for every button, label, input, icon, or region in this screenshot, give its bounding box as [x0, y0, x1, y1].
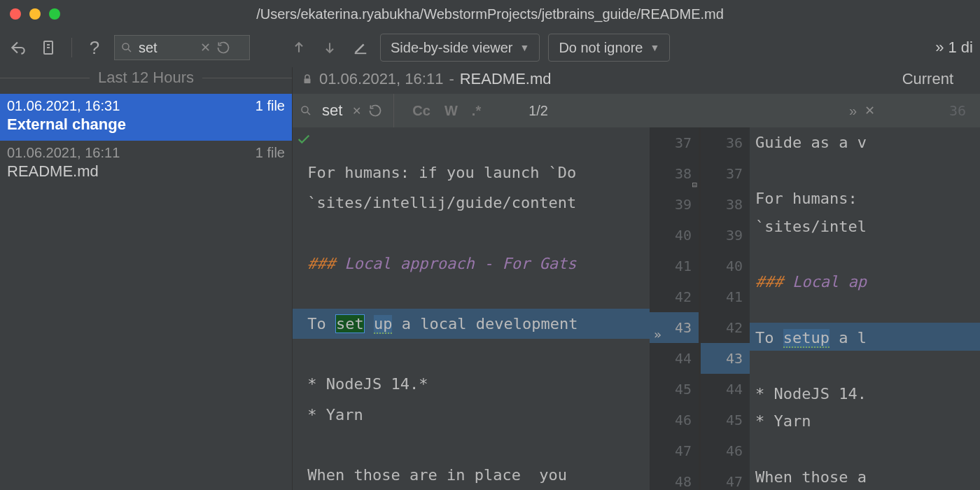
line-numbers-right: 36373839404142434445464748	[701, 127, 750, 490]
viewer-mode-label: Side-by-side viewer	[391, 40, 513, 56]
code-line	[750, 155, 980, 183]
svg-rect-8	[304, 78, 311, 83]
clear-search-icon[interactable]: ✕	[352, 104, 361, 118]
search-options: Cc W .*	[393, 94, 499, 127]
code-line: To set up a local development	[293, 309, 650, 339]
history-item[interactable]: 01.06.2021, 16:311 fileExternal change	[0, 94, 292, 141]
help-icon[interactable]: ?	[83, 36, 106, 59]
search-history-icon[interactable]	[368, 104, 382, 118]
filter-icon[interactable]: »	[849, 103, 855, 119]
code-line: `sites/intel	[750, 211, 980, 239]
lock-icon	[301, 73, 314, 85]
words-toggle[interactable]: W	[440, 102, 462, 120]
history-item-timestamp: 01.06.2021, 16:11	[7, 145, 120, 161]
toolbar-overflow[interactable]: » 1 di	[935, 38, 973, 57]
gutter-line: 46	[650, 405, 699, 435]
viewer-mode-dropdown[interactable]: Side-by-side viewer ▼	[380, 34, 540, 62]
gutter-line: 39	[650, 189, 699, 220]
gutter-line: 43»	[650, 312, 699, 343]
next-diff-icon[interactable]	[318, 36, 341, 59]
gutter-line: 44	[701, 374, 750, 405]
gutter-line: 45	[650, 374, 699, 405]
diff-header: 01.06.2021, 16:11 - README.md Current	[293, 67, 980, 94]
gutter-line: 39	[701, 220, 750, 251]
diff-area: 01.06.2021, 16:11 - README.md Current se…	[293, 67, 980, 490]
overflow-label: 1 di	[948, 38, 973, 57]
history-item-filecount: 1 file	[255, 98, 285, 114]
match-case-toggle[interactable]: Cc	[408, 102, 435, 120]
history-sidebar: Last 12 Hours 01.06.2021, 16:311 fileExt…	[0, 67, 293, 490]
code-line	[293, 430, 650, 460]
diff-search-bar: set ✕ Cc W .* 1/2 » ✕ 36	[293, 94, 980, 127]
chevron-down-icon: ▼	[520, 42, 530, 53]
history-item-title: External change	[7, 115, 285, 134]
code-line	[750, 351, 980, 379]
code-line: * Yarn	[293, 400, 650, 430]
svg-point-3	[122, 43, 129, 50]
ignore-mode-label: Do not ignore	[559, 40, 643, 56]
diff-right-title: Current	[902, 70, 980, 88]
revert-icon[interactable]	[7, 36, 29, 59]
edit-icon[interactable]	[349, 36, 372, 59]
code-line	[293, 218, 650, 248]
gutter-line: 40	[701, 251, 750, 281]
gutter-line: 46	[701, 435, 750, 466]
separator	[71, 38, 72, 57]
svg-line-4	[128, 49, 131, 52]
close-window-button[interactable]	[10, 8, 21, 20]
gutter-line: 48	[650, 466, 699, 490]
chevron-down-icon: ▼	[650, 42, 659, 53]
search-match-count: 1/2	[528, 103, 548, 119]
history-search-box[interactable]: ✕	[114, 35, 250, 60]
diff-right-editor[interactable]: Guide as a vFor humans: `sites/intel### …	[750, 127, 980, 490]
svg-line-10	[307, 112, 310, 115]
code-line	[293, 279, 650, 309]
window-controls	[10, 8, 60, 20]
gutter-line: 36	[701, 127, 750, 158]
diff-left-editor[interactable]: For humans: if you launch `Do `sites/int…	[293, 127, 650, 490]
gutter-line: 41	[650, 251, 699, 281]
maximize-window-button[interactable]	[49, 8, 60, 20]
gutter-line: 47	[701, 466, 750, 490]
code-line: `sites/intellij/guide/content	[293, 188, 650, 218]
history-search-input[interactable]	[139, 40, 195, 56]
search-icon	[300, 104, 312, 117]
diff-body: For humans: if you launch `Do `sites/int…	[293, 127, 980, 490]
ignore-mode-dropdown[interactable]: Do not ignore ▼	[548, 34, 670, 62]
code-line: * NodeJS 14.	[750, 379, 980, 407]
regex-toggle[interactable]: .*	[468, 102, 485, 120]
gutter-line: 37	[650, 127, 699, 158]
gutter-line: 43	[701, 343, 750, 374]
diff-search-input[interactable]: set	[319, 102, 345, 120]
diff-left-filename: README.md	[460, 70, 552, 88]
window-title: /Users/ekaterina.ryabukha/WebstormProjec…	[256, 6, 724, 22]
history-item[interactable]: 01.06.2021, 16:111 fileREADME.md	[0, 141, 292, 188]
close-search-icon[interactable]: ✕	[864, 103, 875, 118]
prev-diff-icon[interactable]	[288, 36, 310, 59]
gutter-line: 42	[701, 312, 750, 343]
diff-left-timestamp: 01.06.2021, 16:11	[319, 70, 443, 88]
code-line: When those are in place you	[293, 460, 650, 490]
history-item-timestamp: 01.06.2021, 16:31	[7, 98, 120, 114]
checkmark-icon	[296, 132, 312, 147]
code-line: ### Local approach - For Gats	[293, 248, 650, 279]
history-item-title: README.md	[7, 162, 285, 181]
search-history-icon[interactable]	[216, 41, 230, 55]
gutter-line: 42	[650, 281, 699, 312]
svg-point-9	[302, 106, 308, 113]
code-line	[750, 239, 980, 267]
clear-search-icon[interactable]: ✕	[200, 40, 211, 55]
code-line: To setup a l	[750, 323, 980, 351]
code-line: When those a	[750, 462, 980, 490]
patch-icon[interactable]	[38, 36, 60, 59]
code-line	[293, 339, 650, 369]
code-line: Guide as a v	[750, 127, 980, 155]
gutter-line: 45	[701, 405, 750, 435]
code-line: For humans:	[750, 183, 980, 211]
toolbar: ? ✕ Side-by-side viewer ▼ Do not ignore …	[0, 28, 980, 67]
history-item-filecount: 1 file	[255, 145, 285, 161]
gutter-line: 41	[701, 281, 750, 312]
gutter-line: 38⊟	[650, 158, 699, 189]
history-group-header: Last 12 Hours	[0, 67, 292, 94]
minimize-window-button[interactable]	[29, 8, 41, 20]
